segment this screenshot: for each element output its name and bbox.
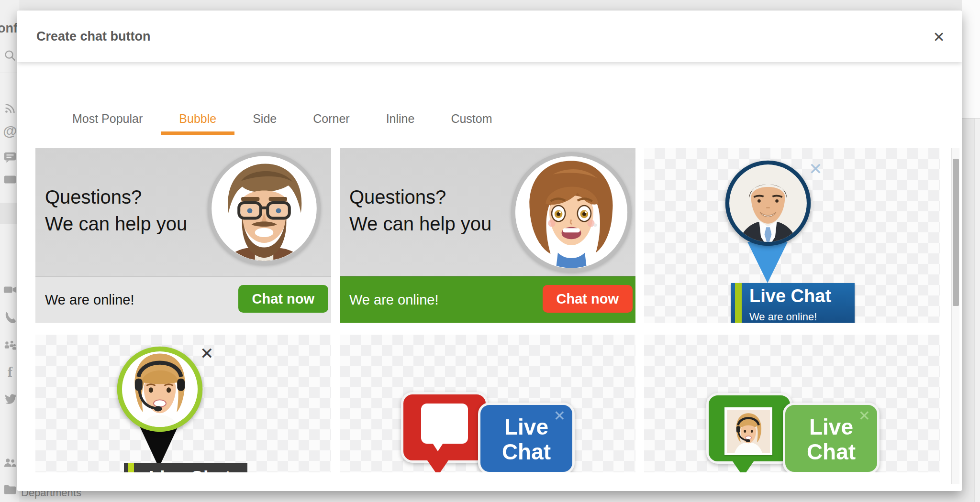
team-icon[interactable] — [2, 455, 18, 470]
headset-woman-photo — [727, 410, 770, 453]
tab-inline[interactable]: Inline — [368, 102, 433, 135]
chat-button-template-gray[interactable]: Questions? We can help you — [35, 148, 331, 323]
banner-accent-stripe — [128, 463, 134, 472]
live-chat-banner: Live Chat We are online! — [731, 283, 855, 323]
chat-message-icon[interactable] — [2, 149, 18, 164]
chat-now-button[interactable]: Chat now — [238, 285, 329, 313]
background-right-strip — [975, 119, 980, 502]
live-chat-banner: Live Chat — [124, 463, 247, 472]
close-icon[interactable]: ✕ — [554, 409, 566, 423]
online-status-text: We are online! — [749, 311, 817, 323]
dialog-title: Create chat button — [36, 11, 151, 62]
question-text: Questions? We can help you — [45, 184, 187, 237]
cartoon-woman-avatar — [510, 151, 633, 273]
online-status-text: We are online! — [349, 277, 438, 323]
close-icon[interactable]: ✕ — [928, 27, 949, 48]
contacts-icon[interactable] — [2, 338, 18, 354]
chat-button-template-green-photo[interactable]: Live Chat ✕ — [644, 335, 940, 472]
twitter-icon[interactable] — [2, 391, 18, 406]
chat-now-button[interactable]: Chat now — [543, 285, 633, 313]
tab-custom[interactable]: Custom — [433, 102, 510, 135]
headset-woman-avatar — [115, 345, 204, 434]
chat-button-template-green[interactable]: Questions? We can help you — [340, 148, 635, 323]
live-chat-label: Live Chat — [149, 468, 231, 472]
agent-photo — [724, 407, 772, 455]
folder-icon[interactable] — [2, 482, 18, 497]
chat-button-template-red-blue[interactable]: Live Chat ✕ — [340, 335, 635, 472]
broadcast-icon[interactable] — [2, 100, 18, 116]
facebook-icon[interactable]: f — [2, 364, 18, 380]
scrollbar-thumb[interactable] — [953, 159, 959, 306]
create-chat-button-dialog: Create chat button ✕ Most Popular Bubble… — [17, 11, 962, 491]
live-chat-label: Live Chat — [749, 286, 831, 306]
button-style-tabs: Most Popular Bubble Side Corner Inline C… — [54, 102, 511, 135]
online-status-text: We are online! — [45, 277, 134, 323]
cartoon-man-avatar — [207, 151, 322, 266]
at-sign-icon[interactable]: @ — [2, 123, 18, 139]
speech-bubble-white-icon — [421, 404, 468, 444]
pointer-triangle — [747, 242, 788, 283]
chat-bar: We are online! Chat now — [35, 276, 331, 323]
chat-solid-icon[interactable] — [2, 172, 18, 187]
chat-button-template-blue-pin[interactable]: ✕ — [644, 148, 940, 323]
tab-bubble[interactable]: Bubble — [161, 102, 234, 135]
phone-icon[interactable] — [2, 310, 18, 325]
tab-corner[interactable]: Corner — [295, 102, 368, 135]
close-icon[interactable]: ✕ — [858, 409, 870, 423]
speech-bubble-blue: Live Chat ✕ — [478, 403, 575, 472]
bubble-tail — [427, 460, 448, 472]
speech-bubble-light-green: Live Chat ✕ — [783, 403, 880, 472]
photo-man-avatar — [724, 159, 813, 248]
chat-button-template-dark-pin[interactable]: ✕ — [35, 335, 331, 472]
chat-bar: We are online! Chat now — [340, 276, 635, 323]
video-camera-icon[interactable] — [2, 282, 18, 297]
search-icon[interactable] — [2, 48, 18, 63]
tab-most-popular[interactable]: Most Popular — [54, 102, 161, 135]
question-text: Questions? We can help you — [349, 184, 491, 237]
bubble-tail — [733, 461, 754, 472]
bubble-tail — [432, 442, 444, 451]
background-top-right-panel — [962, 0, 980, 119]
dialog-scrollbar — [951, 148, 959, 484]
screen: onfi @ f — [0, 0, 980, 502]
dialog-header: Create chat button ✕ — [17, 11, 962, 62]
banner-accent-stripe — [735, 283, 742, 323]
tab-side[interactable]: Side — [234, 102, 295, 135]
